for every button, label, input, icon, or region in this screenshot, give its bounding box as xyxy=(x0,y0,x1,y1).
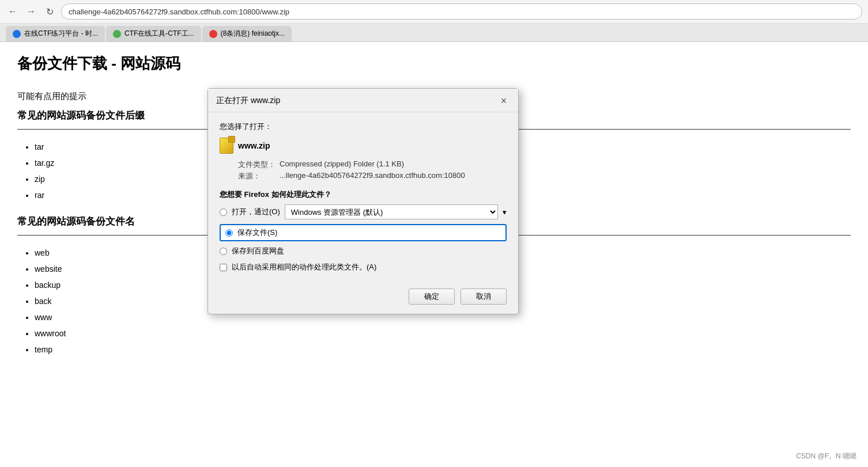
open-with-radio[interactable] xyxy=(220,208,227,216)
file-type-value: Compressed (zipped) Folder (1.1 KB) xyxy=(280,160,507,170)
tab-favicon-ctftool xyxy=(113,30,121,38)
dialog-titlebar: 正在打开 www.zip × xyxy=(208,89,518,112)
address-bar[interactable] xyxy=(61,3,862,20)
forward-button[interactable]: → xyxy=(24,5,38,18)
tab-label-csdn: (8条消息) feiniaotjx... xyxy=(221,29,285,39)
file-type-label: 文件类型： xyxy=(238,160,278,170)
question-label: 您想要 Firefox 如何处理此文件？ xyxy=(220,189,507,200)
file-name: www.zip xyxy=(238,141,270,150)
dialog-buttons: 确定 取消 xyxy=(208,282,518,314)
back-button[interactable]: ← xyxy=(6,5,20,18)
you-chose-label: 您选择了打开： xyxy=(220,122,507,132)
tab-label-ctftool: CTF在线工具-CTF工... xyxy=(124,29,194,39)
tab-favicon-ctf xyxy=(13,30,21,38)
file-info-row: 文件类型： Compressed (zipped) Folder (1.1 KB… xyxy=(238,160,507,181)
save-file-row: 保存文件(S) xyxy=(220,224,507,241)
refresh-button[interactable]: ↻ xyxy=(43,5,56,18)
save-baidu-radio[interactable] xyxy=(220,248,227,255)
tab-ctf[interactable]: 在线CTF练习平台 - 时... xyxy=(6,26,105,41)
tab-csdn[interactable]: (8条消息) feiniaotjx... xyxy=(202,26,292,41)
dialog-title: 正在打开 www.zip xyxy=(216,96,280,106)
file-row: www.zip xyxy=(220,138,507,154)
page-content: 备份文件下载 - 网站源码 可能有点用的提示 常见的网站源码备份文件后缀 tar… xyxy=(0,42,868,381)
tab-ctftool[interactable]: CTF在线工具-CTF工... xyxy=(106,26,201,41)
dialog-body: 您选择了打开： www.zip 文件类型： Compressed (zipped… xyxy=(208,112,518,282)
save-baidu-row: 保存到百度网盘 xyxy=(220,246,507,256)
browser-chrome: ← → ↻ 在线CTF练习平台 - 时... CTF在线工具-CTF工... (… xyxy=(0,0,868,42)
file-open-dialog: 正在打开 www.zip × 您选择了打开： www.zip 文件类型： Com… xyxy=(207,88,519,314)
auto-checkbox[interactable] xyxy=(220,264,227,271)
list-item-temp: temp xyxy=(35,341,851,358)
app-dropdown[interactable]: Windows 资源管理器 (默认) xyxy=(285,204,498,219)
save-baidu-label[interactable]: 保存到百度网盘 xyxy=(232,246,284,256)
source-value: ...llenge-4a62b405764272f9.sandbox.ctfhu… xyxy=(280,171,507,181)
browser-nav: ← → ↻ xyxy=(0,0,868,24)
save-file-label[interactable]: 保存文件(S) xyxy=(237,227,277,238)
cancel-button[interactable]: 取消 xyxy=(461,288,507,305)
confirm-button[interactable]: 确定 xyxy=(409,288,455,305)
tab-label-ctf: 在线CTF练习平台 - 时... xyxy=(24,29,98,39)
dropdown-chevron-icon: ▾ xyxy=(503,208,507,217)
auto-label[interactable]: 以后自动采用相同的动作处理此类文件。(A) xyxy=(232,262,376,272)
list-item-wwwroot: wwwroot xyxy=(35,325,851,341)
tab-favicon-csdn xyxy=(209,30,217,38)
dialog-close-button[interactable]: × xyxy=(497,94,510,107)
tabs-bar: 在线CTF练习平台 - 时... CTF在线工具-CTF工... (8条消息) … xyxy=(0,24,868,41)
zip-file-icon xyxy=(220,138,233,154)
save-file-radio[interactable] xyxy=(225,229,233,237)
auto-checkbox-row: 以后自动采用相同的动作处理此类文件。(A) xyxy=(220,262,507,272)
source-label: 来源： xyxy=(238,171,278,181)
open-with-label[interactable]: 打开，通过(O) xyxy=(232,207,280,217)
open-with-row: 打开，通过(O) Windows 资源管理器 (默认) ▾ xyxy=(220,204,507,219)
page-title: 备份文件下载 - 网站源码 xyxy=(17,54,851,74)
